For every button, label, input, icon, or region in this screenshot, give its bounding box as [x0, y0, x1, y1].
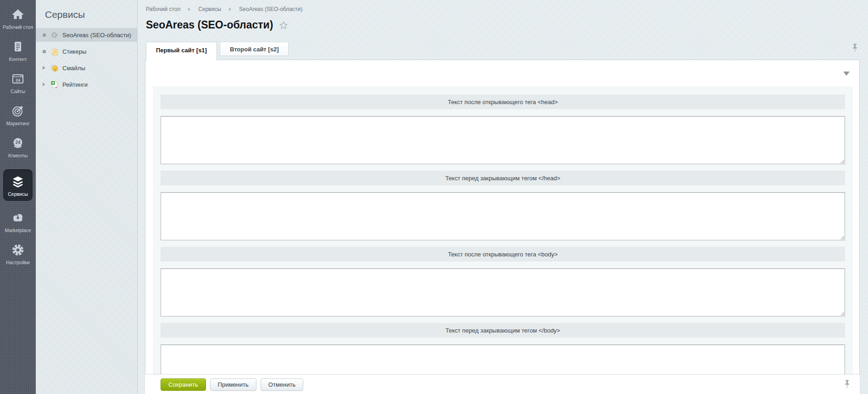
rating-plus-icon	[50, 81, 58, 89]
field-label-before-body-close: Текст перед закрывающим тегом </body>	[161, 323, 845, 338]
tab-content-panel: Текст после открывающего тега <head> Тек…	[145, 60, 860, 394]
breadcrumb-link-services[interactable]: Сервисы	[198, 6, 221, 12]
sidebar-item-seoareas[interactable]: SeoAreas (SEO-области)	[36, 28, 137, 42]
site-tabs: Первый сайт [s1] Второй сайт [s2]	[146, 42, 291, 61]
svg-text:24: 24	[15, 140, 21, 145]
layers-icon	[11, 174, 25, 189]
tab-first-site[interactable]: Первый сайт [s1]	[146, 42, 217, 61]
document-icon	[11, 39, 25, 54]
rail-item-marketplace[interactable]: Marketplace	[1, 211, 34, 233]
svg-text:24: 24	[16, 78, 21, 83]
field-label-after-head-open: Текст после открывающего тега <head>	[161, 94, 845, 109]
page-title: SeoAreas (SEO-области)	[146, 19, 273, 31]
browser-24-icon: 24	[11, 72, 25, 86]
sidebar-services: Сервисы SeoAreas (SEO-области) Стикеры С…	[36, 0, 138, 394]
breadcrumb-separator-icon	[229, 7, 231, 11]
rail-item-label: Настройки	[6, 260, 30, 265]
textarea-before-head-close[interactable]	[161, 192, 845, 240]
gear-icon	[50, 31, 58, 39]
app-rail: Рабочий стол Контент 24 Сайты Маркетинг …	[0, 0, 36, 394]
field-label-after-body-open: Текст после открывающего тега <body>	[161, 247, 845, 261]
bullet-square-icon	[43, 50, 46, 53]
textarea-after-head-open[interactable]	[161, 116, 845, 164]
expand-triangle-icon	[43, 66, 45, 70]
sidebar-item-smileys[interactable]: Смайлы	[36, 61, 137, 75]
app-root: { "colors": { "accent_green": "#97b50e",…	[0, 0, 868, 394]
home-icon	[11, 7, 25, 22]
textarea-after-body-open[interactable]	[161, 268, 845, 316]
rail-item-label: Рабочий стол	[3, 24, 33, 30]
collapse-section-icon[interactable]	[843, 72, 850, 76]
smiley-icon	[50, 64, 58, 72]
breadcrumb-link-desktop[interactable]: Рабочий стол	[146, 6, 180, 12]
rail-item-label: Маркетинг	[6, 121, 29, 126]
breadcrumb-separator-icon	[188, 7, 190, 11]
panel-header	[145, 60, 859, 86]
cancel-button[interactable]: Отменить	[261, 378, 303, 391]
sidebar-item-label: Стикеры	[62, 48, 86, 55]
gear-icon	[11, 243, 25, 257]
seo-areas-form: Текст после открывающего тега <head> Тек…	[153, 86, 853, 394]
form-footer-bar: Сохранить Применить Отменить	[145, 374, 860, 394]
breadcrumb-current: SeoAreas (SEO-области)	[239, 6, 302, 12]
sidebar-title: Сервисы	[36, 0, 137, 28]
expand-triangle-icon	[43, 83, 45, 86]
sidebar-item-label: Рейтинги	[62, 81, 88, 88]
rail-item-services[interactable]: Сервисы	[3, 169, 33, 201]
sidebar-item-label: SeoAreas (SEO-области)	[62, 32, 131, 39]
badge-24-icon: 24	[11, 136, 25, 150]
bullet-square-icon	[43, 33, 46, 37]
rail-item-label: Marketplace	[5, 228, 31, 233]
rail-item-clients[interactable]: 24 Клиенты	[1, 136, 34, 158]
pin-icon[interactable]	[852, 44, 858, 55]
sidebar-item-label: Смайлы	[62, 65, 85, 72]
rail-item-settings[interactable]: Настройки	[1, 243, 34, 265]
rail-item-label: Сайты	[11, 89, 25, 94]
pin-icon[interactable]	[844, 380, 850, 392]
apply-button[interactable]: Применить	[210, 378, 256, 391]
rail-item-desktop[interactable]: Рабочий стол	[1, 7, 34, 30]
save-button[interactable]: Сохранить	[161, 378, 206, 391]
rail-item-marketing[interactable]: Маркетинг	[1, 104, 34, 126]
tab-second-site[interactable]: Второй сайт [s2]	[220, 42, 289, 56]
rail-item-sites[interactable]: 24 Сайты	[1, 72, 34, 94]
rail-item-label: Контент	[9, 56, 27, 62]
sidebar-item-stickers[interactable]: Стикеры	[36, 44, 137, 58]
target-icon	[11, 104, 25, 118]
field-label-before-head-close: Текст перед закрывающим тегом </head>	[161, 171, 845, 185]
rail-item-content[interactable]: Контент	[1, 39, 34, 62]
rail-item-label: Сервисы	[8, 191, 28, 197]
sidebar-item-ratings[interactable]: Рейтинги	[36, 78, 137, 91]
breadcrumb: Рабочий стол Сервисы SeoAreas (SEO-облас…	[146, 6, 302, 12]
main-content: Рабочий стол Сервисы SeoAreas (SEO-облас…	[138, 0, 868, 394]
rail-item-label: Клиенты	[8, 153, 28, 158]
cloud-download-icon	[11, 211, 25, 225]
stickers-icon	[50, 48, 58, 55]
title-row: SeoAreas (SEO-области)	[146, 19, 288, 31]
favorite-star-icon[interactable]	[279, 21, 288, 30]
